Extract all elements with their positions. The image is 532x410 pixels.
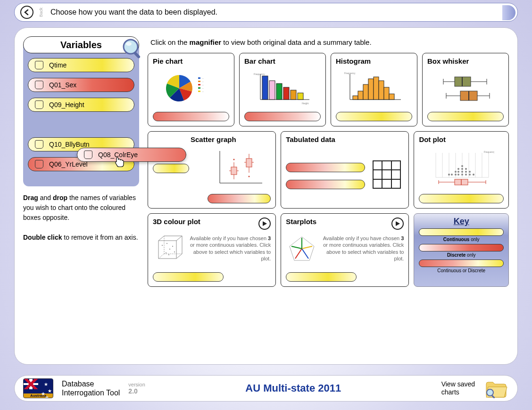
3d-colour-plot-card[interactable]: 3D colour plot [148,213,276,287]
starplots-card[interactable]: Starplots [281,213,409,287]
svg-rect-20 [298,93,303,100]
back-button[interactable] [20,6,33,19]
view-saved-charts-link[interactable]: View savedcharts [441,380,475,396]
svg-point-84 [469,171,471,173]
box-thumb [427,67,504,109]
svg-point-71 [455,174,457,176]
availability-note: Available only if you have chosen 3 or m… [189,235,271,262]
drop-slot-y[interactable] [153,164,189,173]
svg-rect-26 [358,91,363,100]
card-title: Starplots [286,218,404,226]
drop-slot[interactable] [286,272,357,282]
variable-pill[interactable]: Q01_Sex [28,78,134,92]
drop-slot[interactable] [419,194,504,203]
topbar-decor [502,5,515,20]
variables-sidebar: Variables QtimeQ01_SexQ09_HeightQ10_Blly… [23,36,139,356]
svg-point-98 [168,254,169,255]
grab-icon [35,81,43,89]
svg-point-78 [461,168,463,170]
svg-point-77 [461,171,463,173]
grab-icon [35,100,43,109]
card-title: Pie chart [153,57,229,65]
svg-text:Frequency: Frequency [254,73,265,75]
dot-plot-card[interactable]: Dot plot [414,131,509,209]
svg-point-0 [124,40,138,54]
svg-point-81 [465,171,467,173]
box-whisker-card[interactable]: Box whisker [422,53,509,126]
svg-line-102 [295,249,302,259]
saved-charts-folder-icon[interactable] [483,378,509,398]
key-title: Key [419,217,504,226]
svg-text:—: — [202,77,204,79]
drop-slot[interactable] [244,112,321,121]
top-instruction-bar: Back Choose how you want the data to bee… [14,3,518,22]
scatter-graph-card[interactable]: Scatter graph [148,131,276,209]
svg-rect-54 [373,161,400,188]
svg-point-72 [455,171,457,173]
svg-line-101 [302,249,308,259]
svg-rect-5 [198,81,200,82]
svg-rect-7 [198,84,200,85]
svg-rect-28 [368,79,374,100]
chart-grid-row-1: Pie chart — [148,53,509,126]
svg-line-103 [291,246,302,249]
main-panel: Variables QtimeQ01_SexQ09_HeightQ10_Blly… [14,27,518,365]
flag-icon: Australia [23,378,53,398]
tabulated-data-card[interactable]: Tabulated data [281,131,409,209]
database-title: AU Multi-state 2011 [154,382,433,394]
svg-point-104 [487,389,493,396]
key-either-swatch [419,259,504,267]
svg-text:Frequency: Frequency [344,72,356,75]
svg-line-100 [302,246,312,249]
svg-rect-32 [389,94,394,100]
svg-point-74 [457,171,459,173]
svg-text:Frequency: Frequency [484,151,494,153]
svg-point-94 [169,249,170,250]
drop-slot[interactable] [286,163,365,172]
drop-slot[interactable] [336,112,412,121]
bar-chart-card[interactable]: Bar chart Frequency Height [239,53,326,126]
drop-slot[interactable] [153,272,224,282]
availability-note: Available only if you have chosen 3 or m… [322,235,404,262]
svg-rect-11 [198,91,200,92]
svg-point-93 [166,243,167,244]
variable-pill[interactable]: Q09_Height [28,98,134,112]
key-panel: Key Continuous only Discrete only Contin… [414,213,509,287]
svg-point-2 [126,42,132,46]
chart-grid-row-2: Scatter graph [148,131,509,209]
variable-name: Q09_Height [49,101,84,109]
card-title: Histogram [336,57,412,65]
svg-rect-30 [379,81,384,100]
svg-rect-1 [133,51,141,59]
svg-rect-18 [283,87,289,100]
svg-rect-29 [374,77,379,100]
svg-point-85 [473,174,474,176]
drop-slot[interactable] [427,112,504,121]
instruction-text: Choose how you want the data to been dis… [50,8,217,17]
svg-rect-9 [198,87,200,89]
variable-name: Q10_BllyButn [49,141,90,148]
play-icon[interactable] [258,218,271,230]
svg-rect-48 [231,167,237,175]
bar-thumb: Frequency Height [244,67,321,109]
svg-point-82 [465,168,467,170]
grab-icon [35,61,43,69]
svg-text:—: — [202,84,204,86]
svg-rect-15 [262,76,268,100]
svg-point-96 [166,252,166,253]
histogram-card[interactable]: Histogram Fr [331,53,417,126]
variable-dragging[interactable]: Q08_ColrEye [77,148,186,162]
variable-pill[interactable]: Qtime [28,58,134,72]
grab-icon [35,140,43,149]
svg-text:—: — [202,80,204,83]
key-either-label: Continuous or Discrete [419,268,504,273]
variables-title: Variables [60,40,102,50]
drop-slot[interactable] [286,180,365,189]
svg-point-53 [249,176,250,177]
pie-chart-card[interactable]: Pie chart — [148,53,234,126]
drop-slot-x[interactable] [208,194,271,203]
key-discrete-swatch [419,244,504,251]
magnifier-icon[interactable] [121,37,144,60]
drop-slot[interactable] [153,112,229,121]
key-discrete-label: Discrete only [419,252,504,258]
